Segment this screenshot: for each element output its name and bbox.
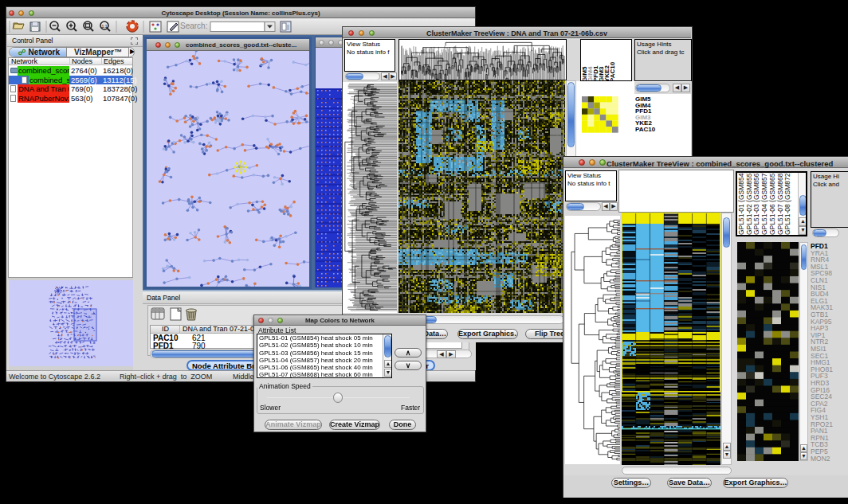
svg-text:Search:: Search: [180,21,207,30]
svg-text:1:1: 1:1 [102,24,108,29]
